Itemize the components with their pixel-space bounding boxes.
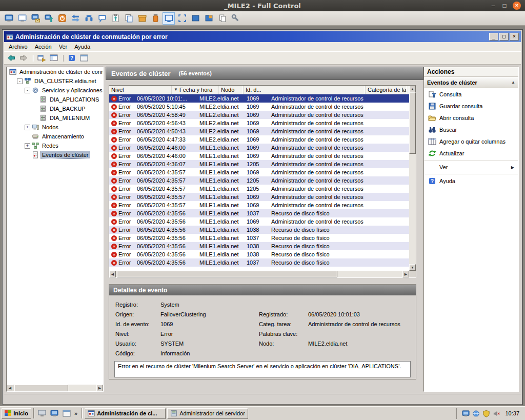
- clipboard-send-button[interactable]: [109, 12, 122, 25]
- event-row[interactable]: × Error 06/05/2020 4:50:43 MILE2.eldia.n…: [109, 127, 409, 135]
- scroll-thumb[interactable]: [14, 385, 68, 391]
- forward-button[interactable]: [18, 53, 29, 64]
- tree-item-nodos[interactable]: + Nodos: [7, 123, 103, 132]
- column-header[interactable]: Nodo: [219, 86, 244, 94]
- column-header[interactable]: Categoría de la tarea: [366, 86, 407, 94]
- app-close-button[interactable]: ×: [510, 33, 519, 41]
- file-transfer-button[interactable]: [136, 12, 148, 25]
- power-options-button[interactable]: [56, 12, 68, 25]
- action-buscar[interactable]: Buscar: [424, 124, 518, 135]
- tree-item-dia-aplications[interactable]: DIA_APLICATIONS: [7, 95, 103, 104]
- tree-item-dia-cluster[interactable]: - DIA_CLUSTER.eldia.net: [7, 76, 103, 86]
- call-button[interactable]: [83, 12, 95, 25]
- session-switch-button[interactable]: [69, 12, 82, 25]
- column-header[interactable]: Nivel: [109, 86, 172, 94]
- event-row[interactable]: × Error 06/05/2020 4:47:33 MILE2.eldia.n…: [109, 135, 409, 144]
- tree-item-eventos[interactable]: Eventos de clúster: [7, 150, 103, 159]
- action-consulta[interactable]: Consulta: [424, 88, 518, 100]
- console-window-button[interactable]: [78, 53, 90, 64]
- back-button[interactable]: [6, 53, 17, 64]
- tree-item-dia-milenium[interactable]: DIA_MILENIUM: [7, 113, 103, 123]
- quicklaunch-remote[interactable]: [49, 408, 60, 419]
- send-message-button[interactable]: [29, 12, 42, 25]
- taskbar-cluster-admin[interactable]: Administración de cl...: [85, 408, 166, 419]
- tray-updates-icon[interactable]: [482, 410, 490, 417]
- chat-button[interactable]: [96, 12, 108, 25]
- action-ayuda[interactable]: Ayuda: [424, 174, 518, 187]
- event-row[interactable]: × Error 06/05/2020 4:35:56 MILE1.eldia.n…: [109, 258, 409, 267]
- app-maximize-button[interactable]: □: [499, 33, 509, 41]
- event-row[interactable]: × Error 06/05/2020 4:35:57 MILE1.eldia.n…: [109, 193, 409, 201]
- menu-accion[interactable]: Acción: [31, 43, 55, 51]
- column-header[interactable]: ▼ Fecha y hora: [172, 86, 219, 94]
- collapse-icon[interactable]: ▲: [511, 80, 515, 85]
- upload-screen-button[interactable]: [43, 12, 55, 25]
- menu-ayuda[interactable]: Ayuda: [71, 43, 94, 51]
- action-columnas[interactable]: Agregar o quitar columnas: [424, 135, 518, 147]
- scroll-down-button[interactable]: ▼: [409, 264, 416, 271]
- start-button[interactable]: Inicio: [2, 408, 31, 419]
- actions-group-header[interactable]: Eventos de clúster ▲: [424, 77, 518, 88]
- app-minimize-button[interactable]: _: [489, 33, 498, 41]
- column-header[interactable]: Id. d...: [244, 86, 366, 94]
- clipboard-sync-button[interactable]: [123, 12, 135, 25]
- settings-button[interactable]: [229, 12, 241, 25]
- tray-network-icon[interactable]: [472, 410, 480, 417]
- view-fullscreen-button[interactable]: [176, 12, 188, 25]
- file-store-button[interactable]: [149, 12, 161, 25]
- tree-item-dia-backup[interactable]: DIA_BACKUP: [7, 104, 103, 113]
- scroll-up-button[interactable]: ▲: [409, 86, 416, 92]
- viewer-maximize-button[interactable]: □: [501, 2, 508, 9]
- event-row[interactable]: × Error 06/05/2020 5:10:45 MILE2.eldia.n…: [109, 103, 409, 111]
- viewer-minimize-button[interactable]: –: [490, 2, 496, 9]
- scroll-thumb[interactable]: [409, 92, 416, 154]
- show-console-tree-button[interactable]: [48, 53, 59, 64]
- action-ver[interactable]: Ver ▶: [424, 160, 518, 173]
- tree-item-root[interactable]: Administración de clúster de conmu: [7, 67, 103, 76]
- help-button[interactable]: [66, 53, 77, 64]
- scroll-right-button[interactable]: ▶: [96, 385, 103, 391]
- event-row[interactable]: × Error 06/05/2020 4:35:56 MILE1.eldia.n…: [109, 217, 409, 226]
- event-row[interactable]: × Error 06/05/2020 4:36:07 MILE1.eldia.n…: [109, 160, 409, 168]
- action-abrir-consulta[interactable]: Abrir consulta: [424, 112, 518, 124]
- export-list-button[interactable]: [36, 53, 47, 64]
- view-scaled-button[interactable]: [189, 12, 201, 25]
- scroll-thumb[interactable]: [117, 271, 337, 277]
- view-screen-button[interactable]: [3, 12, 15, 25]
- quicklaunch-window[interactable]: [61, 408, 72, 419]
- scroll-right-button[interactable]: ▶: [402, 271, 409, 277]
- event-row[interactable]: × Error 06/05/2020 4:46:00 MILE1.eldia.n…: [109, 144, 409, 152]
- event-row[interactable]: × Error 06/05/2020 4:46:00 MILE1.eldia.n…: [109, 152, 409, 160]
- event-row[interactable]: × Error 06/05/2020 4:35:57 MILE1.eldia.n…: [109, 176, 409, 185]
- event-row[interactable]: × Error 06/05/2020 4:35:57 MILE1.eldia.n…: [109, 185, 409, 193]
- event-row[interactable]: × Error 06/05/2020 4:58:49 MILE2.eldia.n…: [109, 111, 409, 119]
- tree-item-almacenamiento[interactable]: Almacenamiento: [7, 132, 103, 141]
- tree-item-redes[interactable]: + Redes: [7, 141, 103, 150]
- tray-display-icon[interactable]: [462, 410, 470, 417]
- event-row[interactable]: × Error 06/05/2020 10:01:... MILE2.eldia…: [109, 94, 409, 103]
- screen-preview-button[interactable]: [16, 12, 28, 25]
- taskbar-server-manager[interactable]: Administrador del servidor: [167, 408, 248, 419]
- scroll-left-button[interactable]: ◀: [7, 385, 13, 391]
- view-color-button[interactable]: [203, 12, 215, 25]
- event-row[interactable]: × Error 06/05/2020 4:35:56 MILE1.eldia.n…: [109, 242, 409, 250]
- tree-expander[interactable]: -: [25, 88, 30, 93]
- quicklaunch-show-desktop[interactable]: [36, 408, 48, 419]
- action-actualizar[interactable]: Actualizar: [424, 147, 518, 159]
- event-row[interactable]: × Error 06/05/2020 4:35:56 MILE1.eldia.n…: [109, 250, 409, 258]
- event-row[interactable]: × Error 06/05/2020 4:35:56 MILE1.eldia.n…: [109, 226, 409, 234]
- action-guardar-consulta[interactable]: Guardar consulta: [424, 100, 518, 112]
- event-row[interactable]: × Error 06/05/2020 4:56:43 MILE2.eldia.n…: [109, 119, 409, 127]
- duplicate-session-button[interactable]: [216, 12, 228, 25]
- tree-item-servicios[interactable]: - Servicios y Aplicaciones: [7, 86, 103, 95]
- tree-expander[interactable]: +: [25, 143, 30, 149]
- tree-expander[interactable]: -: [17, 78, 23, 84]
- tray-volume-muted-icon[interactable]: [493, 410, 500, 417]
- menu-archivo[interactable]: Archivo: [5, 43, 31, 51]
- event-row[interactable]: × Error 06/05/2020 4:35:57 MILE1.eldia.n…: [109, 201, 409, 209]
- view-window-mode-button[interactable]: [163, 12, 175, 25]
- tree-expander[interactable]: +: [25, 125, 30, 130]
- tree-horizontal-scrollbar[interactable]: ◀ ▶: [7, 385, 103, 391]
- event-row[interactable]: × Error 06/05/2020 4:35:57 MILE1.eldia.n…: [109, 168, 409, 176]
- menu-ver[interactable]: Ver: [55, 43, 71, 51]
